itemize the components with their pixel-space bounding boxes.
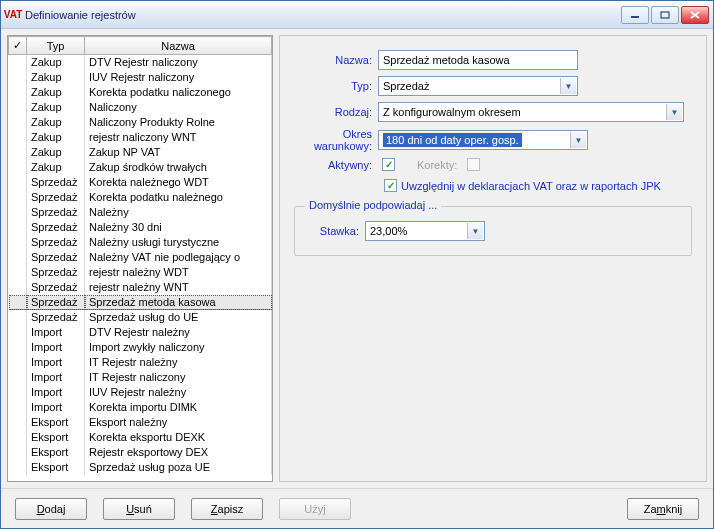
table-row[interactable]: ImportIUV Rejestr należny (9, 385, 272, 400)
fieldset-legend: Domyślnie podpowiadaj ... (305, 199, 441, 211)
maximize-button[interactable] (651, 6, 679, 24)
table-row[interactable]: SprzedażNależny (9, 205, 272, 220)
table-row[interactable]: ZakupZakup środków trwałych (9, 160, 272, 175)
usun-button[interactable]: Usuń (103, 498, 175, 520)
table-row[interactable]: ZakupNaliczony (9, 100, 272, 115)
button-bar: Dodaj Usuń Zapisz Użyj Zamknij (1, 488, 713, 528)
aktywny-checkbox[interactable] (382, 158, 395, 171)
label-nazwa: Nazwa: (290, 54, 378, 66)
table-row[interactable]: SprzedażNależny 30 dni (9, 220, 272, 235)
table-row[interactable]: EksportKorekta eksportu DEXK (9, 430, 272, 445)
table-row[interactable]: SprzedażKorekta podatku należnego (9, 190, 272, 205)
table-row[interactable]: ZakupDTV Rejestr naliczony (9, 55, 272, 70)
table-row[interactable]: ZakupNaliczony Produkty Rolne (9, 115, 272, 130)
table-row[interactable]: ImportIT Rejestr naliczony (9, 370, 272, 385)
table-row[interactable]: Sprzedażrejestr należny WDT (9, 265, 272, 280)
table-row[interactable]: EksportEksport należny (9, 415, 272, 430)
col-check[interactable]: ✓ (9, 37, 27, 55)
label-rodzaj: Rodzaj: (290, 106, 378, 118)
uwzglednij-checkbox[interactable] (384, 179, 397, 192)
label-typ: Typ: (290, 80, 378, 92)
chevron-down-icon: ▼ (666, 104, 682, 120)
table-row[interactable]: ZakupZakup NP VAT (9, 145, 272, 160)
nazwa-input[interactable] (378, 50, 578, 70)
label-aktywny: Aktywny: (290, 159, 378, 171)
typ-combo[interactable]: Sprzedaż ▼ (378, 76, 578, 96)
table-row[interactable]: EksportRejestr eksportowy DEX (9, 445, 272, 460)
table-row[interactable]: SprzedażSprzedaż metoda kasowa (9, 295, 272, 310)
uzyj-button: Użyj (279, 498, 351, 520)
table-row[interactable]: ImportKorekta importu DIMK (9, 400, 272, 415)
zamknij-button[interactable]: Zamknij (627, 498, 699, 520)
table-row[interactable]: Zakuprejestr naliczony WNT (9, 130, 272, 145)
okres-combo[interactable]: 180 dni od daty oper. gosp. ▼ (378, 130, 588, 150)
stawka-combo[interactable]: 23,00% ▼ (365, 221, 485, 241)
table-row[interactable]: ZakupIUV Rejestr naliczony (9, 70, 272, 85)
minimize-button[interactable] (621, 6, 649, 24)
table-row[interactable]: SprzedażNależny usługi turystyczne (9, 235, 272, 250)
form-panel: Nazwa: Typ: Sprzedaż ▼ Rodzaj: Z konfigu… (279, 35, 707, 482)
korekty-checkbox[interactable] (467, 158, 480, 171)
svg-rect-1 (661, 12, 669, 18)
label-korekty: Korekty: (417, 159, 457, 171)
table-row[interactable]: ImportImport zwykły naliczony (9, 340, 272, 355)
table-row[interactable]: ImportDTV Rejestr należny (9, 325, 272, 340)
window-root: VAT Definiowanie rejestrów ✓ Typ Nazwa Z… (0, 0, 714, 529)
rodzaj-combo[interactable]: Z konfigurowalnym okresem ▼ (378, 102, 684, 122)
col-nazwa[interactable]: Nazwa (85, 37, 272, 55)
window-title: Definiowanie rejestrów (25, 9, 621, 21)
chevron-down-icon: ▼ (560, 78, 576, 94)
dodaj-button[interactable]: Dodaj (15, 498, 87, 520)
table-row[interactable]: Sprzedażrejestr należny WNT (9, 280, 272, 295)
col-typ[interactable]: Typ (27, 37, 85, 55)
table-row[interactable]: ImportIT Rejestr należny (9, 355, 272, 370)
chevron-down-icon: ▼ (467, 223, 483, 239)
table-row[interactable]: ZakupKorekta podatku naliczonego (9, 85, 272, 100)
table-row[interactable]: SprzedażKorekta należnego WDT (9, 175, 272, 190)
chevron-down-icon: ▼ (570, 132, 586, 148)
close-button[interactable] (681, 6, 709, 24)
label-okres: Okres warunkowy: (290, 128, 378, 152)
table-row[interactable]: SprzedażNależny VAT nie podlegający o (9, 250, 272, 265)
label-stawka: Stawka: (305, 225, 365, 237)
table-row[interactable]: EksportSprzedaż usług poza UE (9, 460, 272, 475)
table-row[interactable]: SprzedażSprzedaż usług do UE (9, 310, 272, 325)
app-icon: VAT (5, 7, 21, 23)
registry-table[interactable]: ✓ Typ Nazwa ZakupDTV Rejestr naliczonyZa… (7, 35, 273, 482)
titlebar: VAT Definiowanie rejestrów (1, 1, 713, 29)
label-uwzglednij: Uwzględnij w deklaracjach VAT oraz w rap… (401, 180, 661, 192)
zapisz-button[interactable]: Zapisz (191, 498, 263, 520)
defaults-fieldset: Domyślnie podpowiadaj ... Stawka: 23,00%… (294, 206, 692, 256)
